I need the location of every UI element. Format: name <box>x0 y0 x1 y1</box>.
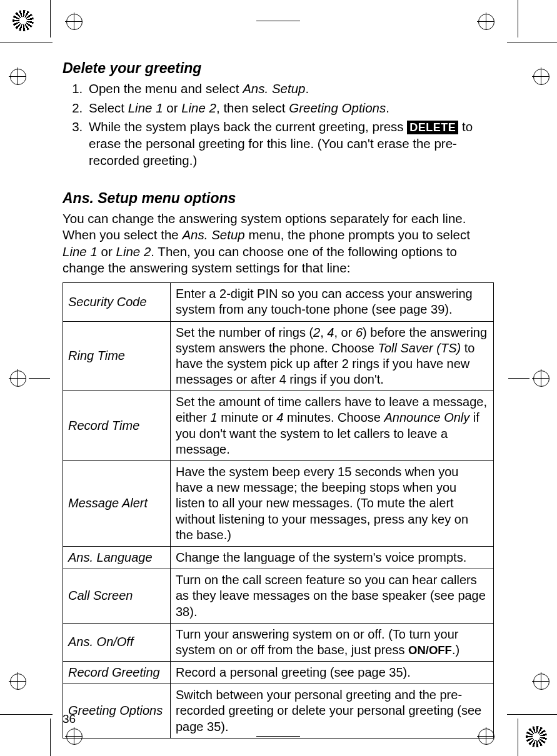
option-name-cell: Greeting Options <box>63 684 171 739</box>
section-heading-delete-greeting: Delete your greeting <box>63 60 494 77</box>
desc-text: Announce Only <box>384 410 470 424</box>
option-desc-cell: Set the number of rings (2, 4, or 6) bef… <box>171 321 494 391</box>
step-3: While the system plays back the current … <box>86 119 494 169</box>
desc-text: Record a personal greeting (see page 35)… <box>176 665 411 679</box>
registration-circle-icon <box>532 672 549 690</box>
desc-text: Set the number of rings ( <box>176 326 313 339</box>
crop-line <box>508 378 529 379</box>
desc-text: minutes. Choose <box>283 410 384 424</box>
step-text: Open the menu and select <box>89 81 243 96</box>
option-desc-cell: Switch between your personal greeting an… <box>171 684 494 739</box>
registration-mark-icon <box>526 726 547 747</box>
ans-setup-options-table: Security CodeEnter a 2-digit PIN so you … <box>63 282 494 739</box>
option-desc-cell: Turn your answering system on or off. (T… <box>171 623 494 661</box>
desc-text: minute or <box>218 410 276 424</box>
desc-text: Change the language of the system's voic… <box>176 550 466 564</box>
option-name-cell: Ans. On/Off <box>63 623 171 661</box>
option-desc-cell: Have the system beep every 15 seconds wh… <box>171 461 494 547</box>
delete-key-label: DELETE <box>407 121 458 134</box>
table-row: Record TimeSet the amount of time caller… <box>63 391 494 461</box>
option-name-cell: Message Alert <box>63 461 171 547</box>
option-name-cell: Security Code <box>63 283 171 321</box>
table-row: Ans. On/OffTurn your answering system on… <box>63 623 494 661</box>
desc-text: Toll Saver (TS) <box>378 341 461 355</box>
table-row: Message AlertHave the system beep every … <box>63 461 494 547</box>
registration-circle-icon <box>532 369 549 387</box>
desc-text: 4 <box>276 410 283 424</box>
registration-mark-icon <box>13 10 34 31</box>
step-italic: Line 1 <box>128 101 163 115</box>
option-name-cell: Ans. Language <box>63 546 171 569</box>
desc-text: Switch between your personal greeting an… <box>176 688 481 733</box>
crop-line <box>256 21 300 21</box>
table-row: Ring TimeSet the number of rings (2, 4, … <box>63 321 494 391</box>
intro-italic: Line 2 <box>116 244 151 259</box>
option-desc-cell: Change the language of the system's voic… <box>171 546 494 569</box>
intro-italic: Ans. Setup <box>182 227 244 242</box>
option-name-cell: Ring Time <box>63 321 171 391</box>
step-text: , then select <box>216 101 289 115</box>
option-desc-cell: Enter a 2-digit PIN so you can access yo… <box>171 283 494 321</box>
option-desc-cell: Set the amount of time callers have to l… <box>171 391 494 461</box>
section-heading-ans-setup: Ans. Setup menu options <box>63 190 494 207</box>
table-row: Call ScreenTurn on the call screen featu… <box>63 569 494 624</box>
registration-circle-icon <box>9 67 26 85</box>
desc-text: Have the system beep every 15 seconds wh… <box>176 465 468 542</box>
desc-text: .) <box>452 643 459 657</box>
intro-text: menu, the phone prompts you to select <box>245 227 470 242</box>
registration-circle-icon <box>9 672 26 690</box>
step-text: . <box>386 101 389 115</box>
option-name-cell: Record Time <box>63 391 171 461</box>
crop-line <box>518 0 518 37</box>
option-desc-cell: Record a personal greeting (see page 35)… <box>171 662 494 684</box>
step-text: or <box>163 101 182 115</box>
option-name-cell: Record Greeting <box>63 662 171 684</box>
step-italic: Greeting Options <box>289 101 386 115</box>
desc-text: 6 <box>356 326 363 339</box>
desc-text: 2 <box>313 326 320 339</box>
page-number: 36 <box>63 712 76 726</box>
table-row: Record GreetingRecord a personal greetin… <box>63 662 494 684</box>
registration-circle-icon <box>65 12 83 30</box>
crop-line <box>0 714 53 715</box>
desc-text: 1 <box>211 410 218 424</box>
registration-circle-icon <box>9 369 26 387</box>
crop-line <box>29 378 50 379</box>
step-text: While the system plays back the current … <box>89 119 407 134</box>
option-name-cell: Call Screen <box>63 569 171 624</box>
crop-line <box>50 0 51 37</box>
crop-line <box>0 42 53 42</box>
intro-italic: Line 1 <box>63 244 98 259</box>
step-2: Select Line 1 or Line 2, then select Gre… <box>86 100 494 117</box>
table-row: Security CodeEnter a 2-digit PIN so you … <box>63 283 494 321</box>
option-desc-cell: Turn on the call screen feature so you c… <box>171 569 494 624</box>
desc-text: 4 <box>327 326 334 339</box>
delete-greeting-steps: Open the menu and select Ans. Setup. Sel… <box>63 81 494 169</box>
crop-line <box>507 42 557 42</box>
ans-setup-intro: You can change the answering system opti… <box>63 211 494 276</box>
desc-text: Enter a 2-digit PIN so you can access yo… <box>176 287 473 316</box>
crop-line <box>507 714 557 715</box>
intro-text: or <box>98 244 116 259</box>
desc-text: , or <box>334 326 355 339</box>
desc-text: Turn on the call screen feature so you c… <box>176 573 486 618</box>
step-text: . <box>305 81 309 96</box>
desc-text: ON/OFF <box>408 644 452 657</box>
step-italic: Line 2 <box>181 101 216 115</box>
step-italic: Ans. Setup <box>243 81 305 96</box>
page-content: Delete your greeting Open the menu and s… <box>63 60 494 739</box>
step-1: Open the menu and select Ans. Setup. <box>86 81 494 97</box>
registration-circle-icon <box>532 67 549 85</box>
table-row: Greeting OptionsSwitch between your pers… <box>63 684 494 739</box>
table-row: Ans. LanguageChange the language of the … <box>63 546 494 569</box>
crop-line <box>518 719 518 756</box>
step-text: Select <box>89 101 128 115</box>
registration-circle-icon <box>477 12 494 30</box>
crop-line <box>50 719 51 756</box>
desc-text: , <box>320 326 327 339</box>
